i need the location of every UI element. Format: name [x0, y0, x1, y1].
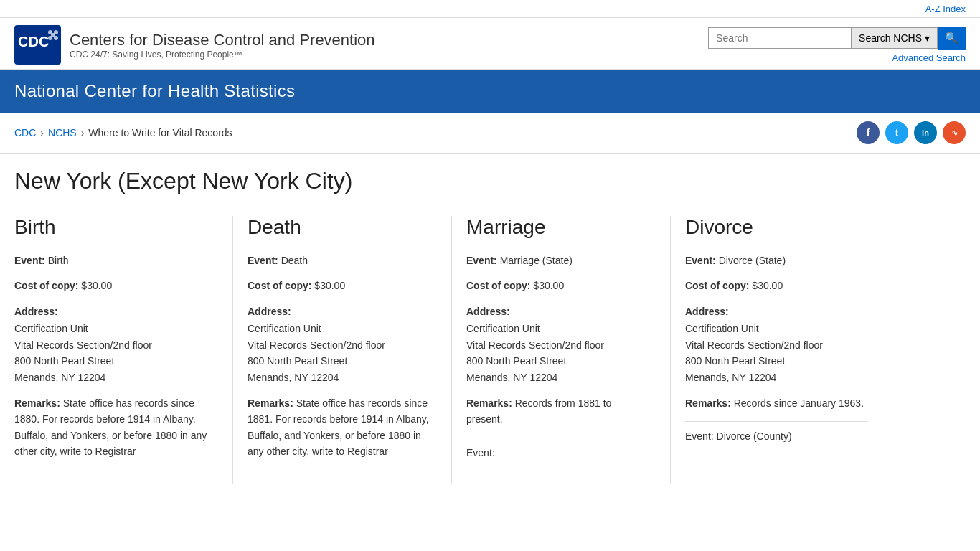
marriage-cost-value: $30.00 [533, 280, 564, 291]
marriage-address: Address: Certification Unit Vital Record… [466, 303, 649, 385]
birth-event-value: Birth [48, 255, 69, 266]
chevron-down-icon: ▾ [925, 32, 930, 44]
logo-area: CDC Centers for Disease Control and Prev… [14, 25, 375, 65]
divorce-remarks: Remarks: Records since January 1963. [685, 395, 868, 411]
birth-address-line1: Certification Unit [14, 321, 211, 336]
death-cost-value: $30.00 [314, 280, 345, 291]
divorce-address-line3: 800 North Pearl Street [685, 353, 868, 369]
marriage-remarks-label: Remarks: [466, 397, 512, 409]
marriage-extra-event-label: Event: [466, 447, 495, 458]
az-index-link[interactable]: A-Z Index [925, 4, 966, 14]
death-address-line3: 800 North Pearl Street [248, 353, 430, 369]
top-bar: A-Z Index [0, 0, 980, 18]
death-event: Event: Death [248, 253, 430, 268]
divorce-event: Event: Divorce (State) [685, 253, 868, 268]
birth-event-label: Event: [14, 255, 45, 266]
blue-banner: National Center for Health Statistics [0, 70, 980, 113]
breadcrumb-current: Where to Write for Vital Records [88, 127, 232, 138]
marriage-address-label: Address: [466, 303, 649, 319]
death-cost: Cost of copy: $30.00 [248, 278, 430, 293]
birth-address-line2: Vital Records Section/2nd floor [14, 337, 211, 353]
death-cost-label: Cost of copy: [248, 280, 311, 291]
nchs-title: National Center for Health Statistics [14, 81, 966, 101]
main-content: New York (Except New York City) Birth Ev… [0, 154, 904, 499]
twitter-letter: t [895, 127, 899, 138]
marriage-address-line1: Certification Unit [466, 321, 649, 336]
birth-cost-label: Cost of copy: [14, 280, 78, 291]
header: CDC Centers for Disease Control and Prev… [0, 18, 980, 70]
divorce-cost-label: Cost of copy: [685, 280, 749, 291]
death-address-line4: Menands, NY 12204 [248, 369, 430, 385]
divorce-cost-value: $30.00 [752, 280, 783, 291]
svg-point-6 [51, 33, 55, 37]
death-address: Address: Certification Unit Vital Record… [248, 303, 430, 385]
birth-address-line4: Menands, NY 12204 [14, 369, 211, 385]
breadcrumb-cdc[interactable]: CDC [14, 127, 36, 138]
svg-text:CDC: CDC [18, 34, 49, 50]
birth-cost: Cost of copy: $30.00 [14, 278, 211, 293]
syndication-icon[interactable]: ∿ [943, 121, 966, 144]
syndication-symbol: ∿ [951, 128, 958, 138]
divorce-address-line4: Menands, NY 12204 [685, 369, 868, 385]
death-remarks-label: Remarks: [248, 397, 293, 409]
divorce-cost: Cost of copy: $30.00 [685, 278, 868, 293]
facebook-icon[interactable]: f [857, 121, 880, 144]
divorce-extra-event-value: Divorce (County) [717, 430, 792, 442]
birth-address: Address: Certification Unit Vital Record… [14, 303, 211, 385]
birth-column: Birth Event: Birth Cost of copy: $30.00 … [14, 216, 233, 484]
marriage-event-label: Event: [466, 255, 497, 266]
marriage-address-line4: Menands, NY 12204 [466, 369, 649, 385]
divorce-heading: Divorce [685, 216, 868, 239]
search-submit-button[interactable]: 🔍 [938, 27, 966, 50]
divorce-extra-event-label: Event: [685, 430, 714, 442]
divorce-address-line1: Certification Unit [685, 321, 868, 336]
death-address-line2: Vital Records Section/2nd floor [248, 337, 430, 353]
org-main-name: Centers for Disease Control and Preventi… [70, 31, 375, 50]
breadcrumb: CDC › NCHS › Where to Write for Vital Re… [14, 127, 232, 138]
breadcrumb-bar: CDC › NCHS › Where to Write for Vital Re… [0, 113, 980, 154]
birth-heading: Birth [14, 216, 211, 239]
search-scope-label: Search NCHS [859, 32, 922, 44]
birth-cost-value: $30.00 [81, 280, 112, 291]
marriage-cost: Cost of copy: $30.00 [466, 278, 649, 293]
search-icon: 🔍 [945, 32, 958, 44]
linkedin-icon[interactable]: in [914, 121, 937, 144]
marriage-column: Marriage Event: Marriage (State) Cost of… [452, 216, 671, 484]
breadcrumb-sep-2: › [81, 127, 85, 138]
birth-address-label: Address: [14, 303, 211, 319]
org-name: Centers for Disease Control and Preventi… [70, 31, 375, 60]
marriage-heading: Marriage [466, 216, 649, 239]
death-event-label: Event: [248, 255, 278, 266]
death-event-value: Death [281, 255, 308, 266]
death-address-line1: Certification Unit [248, 321, 430, 336]
search-input[interactable] [708, 27, 852, 49]
birth-event: Event: Birth [14, 253, 211, 268]
divorce-address-line2: Vital Records Section/2nd floor [685, 337, 868, 353]
facebook-letter: f [867, 127, 870, 138]
marriage-cost-label: Cost of copy: [466, 280, 530, 291]
divorce-remarks-value: Records since January 1963. [734, 397, 864, 409]
marriage-extra-event: Event: [466, 438, 649, 458]
birth-address-line3: 800 North Pearl Street [14, 353, 211, 369]
divorce-extra-event: Event: Divorce (County) [685, 421, 868, 442]
marriage-event-value: Marriage (State) [500, 255, 573, 266]
search-scope-button[interactable]: Search NCHS ▾ [852, 27, 938, 49]
search-area: Search NCHS ▾ 🔍 Advanced Search [708, 27, 966, 63]
org-tagline: CDC 24/7: Saving Lives, Protecting Peopl… [70, 50, 375, 60]
birth-remarks-label: Remarks: [14, 397, 60, 409]
marriage-address-line3: 800 North Pearl Street [466, 353, 649, 369]
cdc-logo-icon: CDC [14, 25, 61, 65]
marriage-remarks: Remarks: Records from 1881 to present. [466, 395, 649, 428]
death-column: Death Event: Death Cost of copy: $30.00 … [233, 216, 452, 484]
breadcrumb-sep-1: › [40, 127, 44, 138]
records-grid: Birth Event: Birth Cost of copy: $30.00 … [14, 216, 890, 484]
divorce-column: Divorce Event: Divorce (State) Cost of c… [671, 216, 890, 484]
divorce-event-value: Divorce (State) [719, 255, 786, 266]
marriage-address-line2: Vital Records Section/2nd floor [466, 337, 649, 353]
twitter-icon[interactable]: t [885, 121, 908, 144]
death-heading: Death [248, 216, 430, 239]
social-icons: f t in ∿ [857, 121, 966, 144]
breadcrumb-nchs[interactable]: NCHS [48, 127, 77, 138]
advanced-search-link[interactable]: Advanced Search [892, 52, 966, 63]
divorce-event-label: Event: [685, 255, 716, 266]
